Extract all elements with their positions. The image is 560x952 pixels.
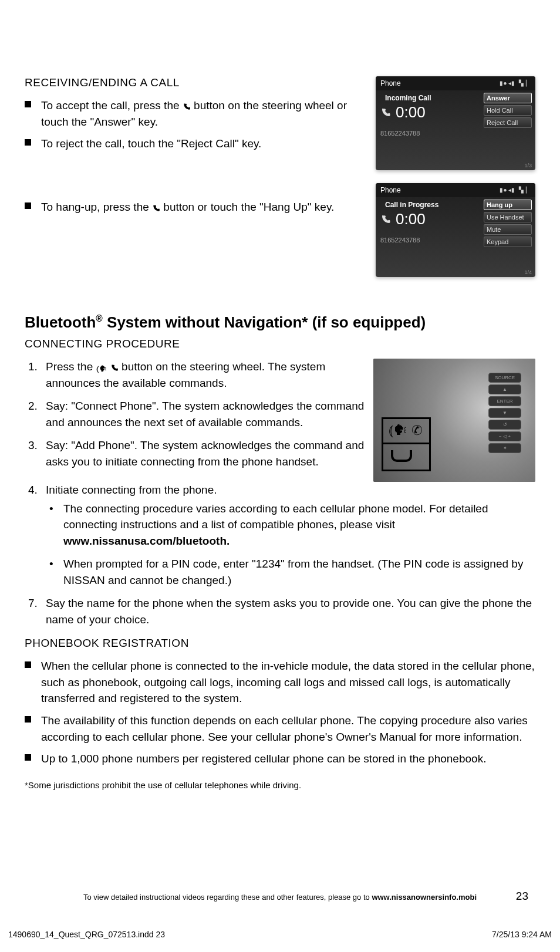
receiving-heading: RECEIVING/ENDING A CALL (25, 76, 367, 89)
bluetooth-title: Bluetooth® System without Navigation* (i… (25, 313, 535, 332)
hangup-item: To hang-up, press the button or touch th… (41, 199, 367, 215)
step-5: Say the name for the phone when the syst… (46, 595, 535, 627)
footer-line: To view detailed instructional videos re… (0, 893, 560, 902)
use-handset-button[interactable]: Use Handset (484, 212, 532, 222)
incoming-number: 81652243788 (380, 130, 479, 137)
hangup-icon (391, 450, 412, 462)
progress-status: Call in Progress (380, 197, 479, 209)
phonebook-item-2: The availability of this function depend… (41, 713, 535, 745)
source-button[interactable]: SOURCE (488, 373, 521, 383)
accept-pre: To accept the call, press the (41, 99, 183, 112)
reject-call-item: To reject the call, touch the "Reject Ca… (41, 136, 367, 152)
star-button[interactable]: ✦ (488, 443, 521, 453)
phonebook-list: When the cellular phone is connected to … (25, 658, 535, 767)
connecting-text: Press the ⦅🗣 button on the steering whee… (25, 359, 365, 482)
phonebook-item-1: When the cellular phone is connected to … (41, 658, 535, 707)
sub-bullet-1: The connecting procedure varies accordin… (63, 501, 535, 549)
phone-icon (110, 360, 119, 371)
indd-left: 1490690_14_Quest_QRG_072513.indd 23 (8, 930, 165, 939)
footer-link: www.nissanownersinfo.mobi (372, 893, 477, 902)
hangup-pre: To hang-up, press the (41, 201, 152, 213)
down-button[interactable]: ▼ (488, 408, 521, 418)
incoming-status: Incoming Call (380, 90, 479, 102)
step-4-sublist: The connecting procedure varies accordin… (46, 501, 535, 589)
phone-icon (183, 99, 191, 110)
voice-phone-icon: ⦅🗣 ✆ (389, 422, 423, 438)
bluetooth-link: www.nissanusa.com/bluetooth. (63, 535, 230, 547)
receiving-ending-text: RECEIVING/ENDING A CALL To accept the ca… (25, 76, 367, 290)
incoming-call-screenshot: Phone▮● ◂▮ ▝▖▏ Incoming Call 0:00 816522… (376, 76, 535, 170)
phonebook-item-3: Up to 1,000 phone numbers per registered… (41, 751, 535, 767)
up-button[interactable]: ▲ (488, 384, 521, 394)
pb-title: Phone (380, 76, 401, 90)
steering-button-cluster: SOURCE ▲ ENTER ▼ ↺ − ◁ + ✦ (488, 373, 521, 453)
progress-page: 1/4 (524, 269, 532, 275)
footnote: *Some jurisdictions prohibit the use of … (25, 780, 535, 790)
accept-call-item: To accept the call, press the button on … (41, 97, 367, 130)
receiving-list: To accept the call, press the button on … (25, 97, 367, 152)
hangup-button[interactable]: Hang up (484, 200, 532, 210)
volume-button[interactable]: − ◁ + (488, 431, 521, 441)
hangup-post: button or touch the "Hang Up" key. (160, 201, 334, 213)
step-3: Say: "Add Phone". The system acknowledge… (46, 437, 365, 470)
status-icons: ▮● ◂▮ ▝▖▏ (500, 183, 531, 197)
indd-slug: 1490690_14_Quest_QRG_072513.indd 23 7/25… (8, 930, 552, 939)
connecting-row: Press the ⦅🗣 button on the steering whee… (25, 359, 535, 482)
step-1: Press the ⦅🗣 button on the steering whee… (46, 359, 365, 391)
phone-screens-col: Phone▮● ◂▮ ▝▖▏ Incoming Call 0:00 816522… (376, 76, 535, 290)
back-button[interactable]: ↺ (488, 420, 521, 430)
connecting-steps-cont: Initiate connecting from the phone. The … (25, 482, 535, 627)
mute-button[interactable]: Mute (484, 224, 532, 235)
indd-right: 7/25/13 9:24 AM (492, 930, 552, 939)
page-number: 23 (516, 890, 528, 903)
phone-icon (380, 107, 391, 118)
answer-button[interactable]: Answer (484, 93, 532, 103)
incoming-page: 1/3 (524, 163, 532, 168)
progress-number: 81652243788 (380, 237, 479, 244)
reject-call-button[interactable]: Reject Call (484, 117, 532, 128)
connecting-heading: CONNECTING PROCEDURE (25, 337, 535, 350)
steering-image-col: SOURCE ▲ ENTER ▼ ↺ − ◁ + ✦ ⦅🗣 ✆ (373, 359, 535, 482)
progress-time: 0:00 (396, 210, 426, 228)
enter-button[interactable]: ENTER (488, 396, 521, 406)
in-progress-screenshot: Phone▮● ◂▮ ▝▖▏ Call in Progress 0:00 816… (376, 183, 535, 277)
receiving-ending-row: RECEIVING/ENDING A CALL To accept the ca… (25, 76, 535, 290)
pb-title: Phone (380, 183, 401, 197)
sub-bullet-2: When prompted for a PIN code, enter "123… (63, 556, 535, 588)
phone-icon (152, 201, 160, 211)
incoming-time: 0:00 (396, 103, 426, 121)
hold-call-button[interactable]: Hold Call (484, 105, 532, 116)
steering-wheel-photo: SOURCE ▲ ENTER ▼ ↺ − ◁ + ✦ ⦅🗣 ✆ (373, 359, 535, 482)
voice-icon: ⦅🗣 (96, 363, 107, 374)
connecting-steps: Press the ⦅🗣 button on the steering whee… (25, 359, 365, 470)
hangup-list: To hang-up, press the button or touch th… (25, 199, 367, 215)
phone-icon (380, 214, 391, 225)
status-icons: ▮● ◂▮ ▝▖▏ (500, 76, 531, 90)
keypad-button[interactable]: Keypad (484, 237, 532, 247)
step-4: Initiate connecting from the phone. The … (46, 482, 535, 588)
phonebook-heading: PHONEBOOK REGISTRATION (25, 637, 535, 650)
step-2: Say: "Connect Phone". The system acknowl… (46, 398, 365, 430)
